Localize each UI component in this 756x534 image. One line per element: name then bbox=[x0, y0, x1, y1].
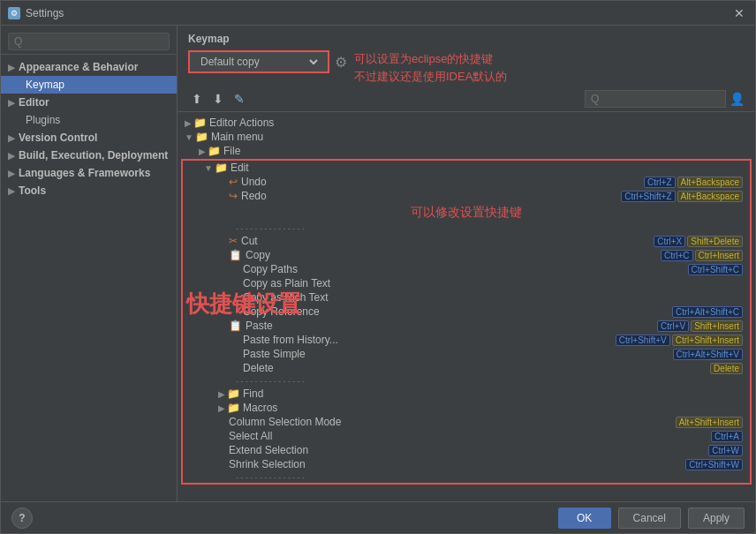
folder-icon: 📁 bbox=[195, 131, 208, 143]
node-label: Delete bbox=[243, 362, 274, 374]
shortcut-badge: Ctrl+W bbox=[708, 445, 743, 456]
sidebar-item-tools[interactable]: ▶ Tools bbox=[1, 182, 177, 199]
tree-node-undo[interactable]: ↩ Undo Ctrl+Z Alt+Backspace bbox=[183, 175, 750, 189]
shortcut-badge: Ctrl+Shift+C bbox=[688, 264, 743, 275]
sort-asc-button[interactable]: ⬆ bbox=[188, 90, 206, 108]
tree-node-macros[interactable]: ▶ 📁 Macros bbox=[183, 401, 750, 415]
gear-icon[interactable]: ⚙ bbox=[335, 54, 347, 71]
keymap-search-input[interactable] bbox=[585, 90, 726, 108]
edit-section-border: ▼ 📁 Edit ↩ Undo Ctrl+Z Alt+Backspace bbox=[181, 159, 752, 485]
tree-node-paste-simple[interactable]: Paste Simple Ctrl+Alt+Shift+V bbox=[183, 347, 750, 361]
right-panel: Keymap Default copy ⚙ 可以 bbox=[178, 26, 755, 501]
keymap-dropdown[interactable]: Default copy bbox=[188, 50, 329, 73]
node-label: Editor Actions bbox=[209, 117, 274, 129]
tree-node-copy-rich[interactable]: Copy as Rich Text bbox=[183, 290, 750, 305]
tree-node-main-menu[interactable]: ▼ 📁 Main menu bbox=[178, 130, 755, 144]
expand-icon: ▶ bbox=[218, 389, 225, 399]
edit-shortcuts-button[interactable]: ✎ bbox=[231, 90, 248, 108]
sidebar-item-keymap[interactable]: Keymap bbox=[1, 76, 177, 94]
shortcut-badge: Ctrl+Shift+W bbox=[685, 459, 743, 470]
keymap-header: Keymap Default copy ⚙ 可以 bbox=[178, 26, 755, 112]
sidebar-item-vcs[interactable]: ▶ Version Control bbox=[1, 129, 177, 147]
tree-node-column-mode[interactable]: Column Selection Mode Alt+Shift+Insert bbox=[183, 415, 750, 429]
tree-node-cut[interactable]: ✂ Cut Ctrl+X Shift+Delete bbox=[183, 234, 750, 248]
separator3: --------------- bbox=[183, 471, 750, 483]
sidebar-item-languages[interactable]: ▶ Languages & Frameworks bbox=[1, 164, 177, 182]
copy-icon: 📋 bbox=[229, 249, 242, 261]
node-label: Select All bbox=[229, 430, 272, 442]
shortcut-badge: Ctrl+Alt+Shift+V bbox=[673, 349, 743, 360]
sidebar-item-editor[interactable]: ▶ Editor bbox=[1, 94, 177, 111]
folder-icon: 📁 bbox=[215, 162, 228, 174]
shortcut-group: Ctrl+Alt+Shift+C bbox=[672, 306, 746, 318]
tree-node-redo[interactable]: ↪ Redo Ctrl+Shift+Z Alt+Backspace bbox=[183, 189, 750, 203]
sidebar-search-input[interactable] bbox=[8, 33, 170, 50]
annotation-center-wrapper: 可以修改设置快捷键 bbox=[183, 203, 750, 222]
annotation-block: 可以设置为eclipse的快捷键 不过建议还是使用IDEA默认的 bbox=[354, 50, 507, 85]
expand-icon: ▶ bbox=[218, 403, 225, 413]
separator2: --------------- bbox=[183, 375, 750, 387]
tree-node-shrink-sel[interactable]: Shrink Selection Ctrl+Shift+W bbox=[183, 457, 750, 471]
tree-node-editor-actions[interactable]: ▶ 📁 Editor Actions bbox=[178, 116, 755, 130]
window-title: Settings bbox=[26, 7, 730, 19]
shortcut-group: Ctrl+C Ctrl+Insert bbox=[661, 250, 746, 261]
shortcut-group: Ctrl+Shift+Z Alt+Backspace bbox=[621, 191, 746, 202]
sidebar: ▶ Appearance & Behavior Keymap ▶ Editor … bbox=[1, 26, 178, 501]
close-button[interactable]: ✕ bbox=[730, 4, 748, 22]
expand-icon: ▶ bbox=[199, 147, 206, 156]
annotation-modify: 可以修改设置快捷键 bbox=[411, 203, 522, 222]
settings-window: ⚙ Settings ✕ ▶ Appearance & Behavior Key… bbox=[0, 0, 756, 534]
tree-node-copy[interactable]: 📋 Copy Ctrl+C Ctrl+Insert bbox=[183, 248, 750, 262]
sidebar-item-build[interactable]: ▶ Build, Execution, Deployment bbox=[1, 147, 177, 164]
shortcut-badge: Ctrl+Z bbox=[644, 177, 676, 188]
sort-desc-button[interactable]: ⬇ bbox=[209, 90, 227, 108]
tree-node-delete[interactable]: Delete Delete bbox=[183, 361, 750, 375]
undo-icon: ↩ bbox=[229, 176, 238, 188]
tree-node-copy-plain[interactable]: Copy as Plain Text bbox=[183, 276, 750, 290]
tree-node-file[interactable]: ▶ 📁 File bbox=[178, 144, 755, 158]
shortcut-badge: Shift+Delete bbox=[687, 236, 743, 247]
arrow-icon: ▶ bbox=[8, 98, 15, 108]
arrow-icon: ▶ bbox=[8, 133, 15, 143]
tree-node-find[interactable]: ▶ 📁 Find bbox=[183, 387, 750, 401]
shortcut-group: Delete bbox=[710, 363, 746, 374]
sidebar-search-area bbox=[1, 29, 177, 55]
node-label: Cut bbox=[241, 235, 258, 247]
tree-node-paste[interactable]: 📋 Paste Ctrl+V Shift+Insert bbox=[183, 319, 750, 333]
shortcut-badge: Ctrl+Insert bbox=[695, 250, 743, 261]
shortcut-group: Alt+Shift+Insert bbox=[676, 417, 746, 428]
sidebar-item-appearance[interactable]: ▶ Appearance & Behavior bbox=[1, 58, 177, 76]
tree-node-extend-sel[interactable]: Extend Selection Ctrl+W bbox=[183, 443, 750, 457]
tree-node-copy-paths[interactable]: Copy Paths Ctrl+Shift+C bbox=[183, 262, 750, 276]
help-button[interactable]: ? bbox=[11, 508, 33, 529]
shortcut-group: Ctrl+X Shift+Delete bbox=[654, 236, 746, 247]
node-label: Undo bbox=[241, 176, 267, 188]
cancel-button[interactable]: Cancel bbox=[618, 508, 681, 529]
bottom-bar: ? OK Cancel Apply bbox=[1, 501, 755, 533]
shortcut-badge: Ctrl+Alt+Shift+C bbox=[672, 306, 743, 318]
sidebar-item-plugins[interactable]: Plugins bbox=[1, 111, 177, 129]
node-label: Copy Reference bbox=[243, 305, 320, 318]
tree-node-paste-history[interactable]: Paste from History... Ctrl+Shift+V Ctrl+… bbox=[183, 333, 750, 347]
tree-node-select-all[interactable]: Select All Ctrl+A bbox=[183, 429, 750, 443]
paste-icon: 📋 bbox=[229, 320, 242, 332]
shortcut-group: Ctrl+Shift+V Ctrl+Shift+Insert bbox=[616, 335, 746, 346]
shortcut-badge: Ctrl+Shift+Z bbox=[621, 191, 675, 202]
shortcut-badge: Ctrl+X bbox=[654, 236, 685, 247]
node-label: Redo bbox=[241, 190, 267, 202]
node-label: Copy as Rich Text bbox=[243, 291, 329, 304]
folder-icon: 📁 bbox=[208, 145, 221, 157]
keymap-select[interactable]: Default copy bbox=[197, 55, 321, 69]
node-label: Macros bbox=[243, 402, 277, 414]
node-label: Paste Simple bbox=[243, 348, 306, 360]
shortcut-badge: Ctrl+Shift+V bbox=[616, 335, 670, 346]
tree-node-copy-ref[interactable]: Copy Reference Ctrl+Alt+Shift+C bbox=[183, 305, 750, 319]
folder-icon: 📁 bbox=[227, 402, 240, 414]
tree-node-edit[interactable]: ▼ 📁 Edit bbox=[183, 161, 750, 175]
shortcut-group: Ctrl+Z Alt+Backspace bbox=[644, 177, 746, 188]
ok-button[interactable]: OK bbox=[558, 508, 611, 529]
node-label: File bbox=[223, 145, 240, 157]
node-label: Edit bbox=[231, 162, 249, 174]
shortcut-badge: Alt+Shift+Insert bbox=[676, 417, 743, 428]
apply-button[interactable]: Apply bbox=[688, 508, 745, 529]
